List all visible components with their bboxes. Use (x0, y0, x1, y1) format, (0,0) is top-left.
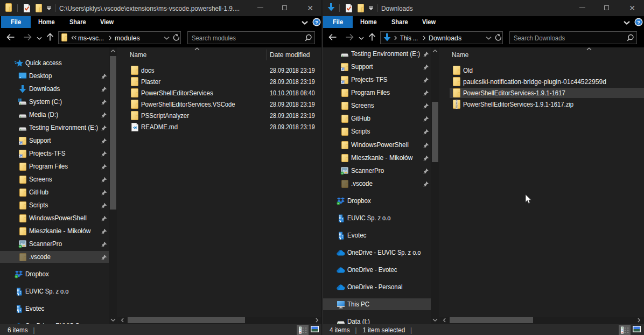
svg-text:?: ? (315, 19, 318, 25)
svg-text:?: ? (637, 19, 640, 25)
